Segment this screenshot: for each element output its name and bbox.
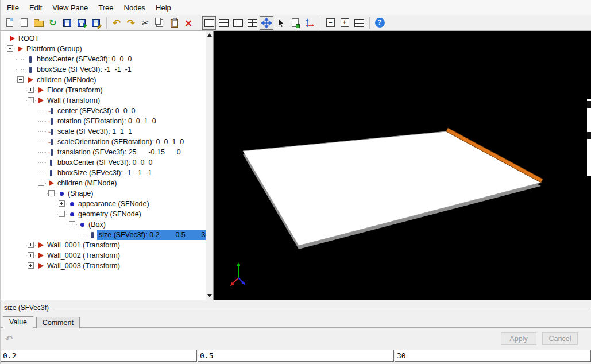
tree-item-label: (Box) (87, 219, 206, 230)
tree-row[interactable]: size (SFVec3f): 0.2 0.5 30 (1, 230, 206, 240)
select-mode-button[interactable] (274, 16, 288, 30)
tree-row[interactable]: center (SFVec3f): 0 0 0 (1, 106, 206, 116)
tree-row[interactable]: bboxSize (SFVec3f): -1 -1 -1 (1, 168, 206, 178)
delete-button[interactable]: × (181, 16, 195, 30)
scroll-down-arrow[interactable] (207, 294, 212, 297)
tree-row[interactable]: Wall_0001 (Transform) (1, 240, 206, 250)
cut-icon: ✂ (142, 18, 149, 28)
scroll-up-arrow[interactable] (207, 33, 212, 37)
tree-row[interactable]: bboxCenter (SFVec3f): 0 0 0 (1, 157, 206, 168)
tree-connector (36, 168, 47, 178)
collapse-toggle[interactable] (47, 188, 57, 199)
tree-scrollbar[interactable] (206, 31, 213, 300)
tree-row[interactable]: geometry (SFNode) (1, 209, 206, 219)
menu-view-pane[interactable]: View Pane (47, 1, 93, 14)
expand-toggle[interactable] (26, 261, 36, 271)
save-button[interactable] (60, 16, 74, 30)
size-y-input[interactable] (198, 350, 394, 362)
tree-row[interactable]: rotation (SFRotation): 0 0 1 0 (1, 116, 206, 126)
tree-row[interactable]: scaleOrientation (SFRotation): 0 0 1 0 (1, 137, 206, 147)
tree-row[interactable]: Wall_0003 (Transform) (1, 261, 206, 271)
zoom-out-button[interactable]: − (323, 16, 337, 30)
menu-edit[interactable]: Edit (24, 1, 47, 14)
tree-row[interactable]: bboxSize (SFVec3f): -1 -1 -1 (1, 64, 206, 75)
menu-help[interactable]: Help (150, 1, 176, 14)
tree-row[interactable]: bboxCenter (SFVec3f): 0 0 0 (1, 54, 206, 64)
main-toolbar: ↻ ↶ ↷ ✂ × − + (1, 15, 591, 31)
sfnode-dot-icon (57, 188, 66, 199)
node-triangle-icon (36, 95, 45, 106)
collapse-toggle[interactable] (67, 219, 78, 230)
header-rule (52, 308, 590, 308)
zoom-in-button[interactable]: + (338, 16, 351, 30)
collapse-toggle[interactable] (5, 44, 16, 54)
open-button[interactable] (32, 16, 45, 30)
viewport-canvas[interactable] (214, 31, 591, 300)
sfnode-dot-icon (67, 199, 76, 209)
tree-row[interactable]: Wall_0002 (Transform) (1, 250, 206, 261)
size-z-input[interactable] (395, 350, 591, 362)
new-button[interactable] (3, 16, 17, 30)
expand-toggle[interactable] (57, 199, 67, 209)
layout-quad-button[interactable] (245, 16, 259, 30)
paste-button[interactable] (167, 16, 181, 30)
tree-row[interactable]: ROOT (1, 33, 206, 44)
menu-file[interactable]: File (2, 1, 24, 14)
tree-connector (36, 106, 47, 116)
reload-button[interactable]: ↻ (46, 16, 60, 30)
tree-row[interactable]: translation (SFVec3f): 25 -0.15 0 (1, 147, 206, 157)
redo-button[interactable]: ↷ (124, 16, 138, 30)
tree-row[interactable]: Wall (Transform) (1, 95, 206, 106)
collapse-toggle[interactable] (16, 75, 26, 85)
field-undo-icon[interactable]: ↶ (5, 334, 19, 344)
quad-view-icon (248, 19, 257, 27)
expand-toggle[interactable] (26, 85, 36, 95)
viewport-scroll-mark[interactable] (587, 101, 591, 108)
tree-item-label: (Shape) (66, 188, 206, 199)
tree-row[interactable]: (Box) (1, 219, 206, 230)
expand-toggle[interactable] (26, 240, 36, 250)
tree-row[interactable]: Plattform (Group) (1, 44, 206, 54)
help-button[interactable]: ? (373, 16, 387, 30)
export-button[interactable] (75, 16, 88, 30)
layout-hsplit-button[interactable] (217, 16, 230, 30)
field-icon (47, 168, 56, 178)
tab-comment[interactable]: Comment (36, 317, 80, 328)
save-as-button[interactable] (89, 16, 103, 30)
tab-value[interactable]: Value (3, 316, 33, 328)
tree-row[interactable]: appearance (SFNode) (1, 199, 206, 209)
object-transform-button[interactable] (303, 16, 316, 30)
collapse-toggle[interactable] (26, 95, 36, 106)
new-window-button[interactable] (17, 16, 31, 30)
collapse-toggle[interactable] (57, 209, 67, 219)
field-editor-panel: size (SFVec3f) Value Comment ↶ Apply Can… (1, 300, 591, 364)
toggle-grid-button[interactable] (352, 16, 366, 30)
tree-item-label: bboxCenter (SFVec3f): 0 0 0 (56, 157, 206, 168)
menu-tree[interactable]: Tree (93, 1, 118, 14)
cancel-button[interactable]: Cancel (542, 332, 578, 345)
tree-item-label: children (MFNode) (35, 75, 206, 85)
navigation-mode-button[interactable] (260, 16, 273, 30)
cut-button[interactable]: ✂ (138, 16, 152, 30)
show-fields-button[interactable] (288, 16, 302, 30)
size-x-input[interactable] (1, 350, 197, 362)
apply-button[interactable]: Apply (501, 332, 536, 345)
collapse-toggle[interactable] (36, 178, 47, 188)
sfnode-dot-icon (78, 219, 87, 230)
copy-button[interactable] (153, 16, 167, 30)
tree-row[interactable]: scale (SFVec3f): 1 1 1 (1, 126, 206, 137)
tree-connector (36, 126, 47, 137)
tree-row[interactable]: children (MFNode) (1, 75, 206, 85)
undo-button[interactable]: ↶ (110, 16, 123, 30)
tree-row[interactable]: Floor (Transform) (1, 85, 206, 95)
tree-row[interactable]: (Shape) (1, 188, 206, 199)
expand-toggle[interactable] (26, 250, 36, 261)
node-triangle-icon (7, 33, 17, 44)
tree-row[interactable]: children (MFNode) (1, 178, 206, 188)
menu-nodes[interactable]: Nodes (119, 1, 151, 14)
viewport-scrollbar[interactable] (587, 99, 591, 176)
viewport-scroll-mark[interactable] (587, 132, 591, 139)
layout-vsplit-button[interactable] (231, 16, 245, 30)
node-triangle-icon (36, 85, 45, 95)
layout-single-button[interactable] (202, 16, 216, 30)
